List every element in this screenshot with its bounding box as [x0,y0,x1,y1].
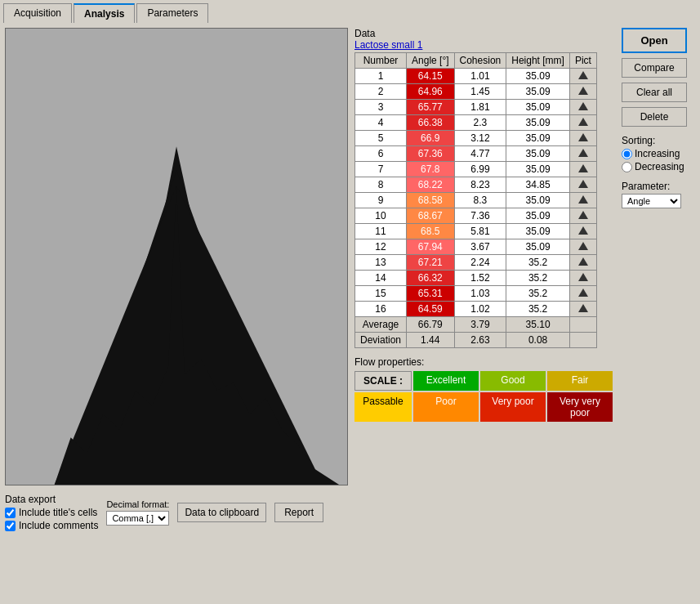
cell-angle: 67.8 [407,162,455,177]
image-area [5,28,348,485]
sorting-decreasing-text: Decreasing [635,161,684,172]
table-row: 566.93.1235.09 [355,131,597,146]
cell-picture[interactable] [569,193,596,208]
cell-picture[interactable] [569,69,596,84]
cell-number: 6 [355,146,407,162]
cell-dev-2: 2.63 [454,333,506,348]
data-table: Number Angle [°] Cohesion Height [mm] Pi… [354,52,597,348]
col-number: Number [355,53,407,69]
cell-picture[interactable] [569,271,596,286]
cell-angle: 66.38 [407,115,455,131]
cell-cohesion: 8.3 [454,193,506,208]
table-row: 1267.943.6735.09 [355,239,597,255]
main-content: Data export Include title's cells Includ… [0,23,700,604]
cell-picture[interactable] [569,255,596,271]
data-to-clipboard-button[interactable]: Data to clipboard [177,503,266,522]
include-comments-checkbox[interactable] [5,521,16,531]
sorting-label: Sorting: [622,135,695,146]
cell-number: 5 [355,131,407,146]
cell-height: 35.2 [506,271,570,286]
cell-angle: 64.96 [407,84,455,100]
cell-number: 9 [355,193,407,208]
table-row-average: Average66.793.7935.10 [355,317,597,333]
cell-angle: 67.94 [407,239,455,255]
flow-fair: Fair [547,371,613,391]
data-label: Data [354,28,375,39]
cell-cohesion: 7.36 [454,208,506,224]
cell-dev-0: Deviation [355,333,407,348]
cell-cohesion: 2.24 [454,255,506,271]
table-row: 1068.677.3635.09 [355,208,597,224]
cell-picture[interactable] [569,239,596,255]
table-row: 767.86.9935.09 [355,162,597,177]
include-titles-checkbox[interactable] [5,508,16,518]
cell-number: 8 [355,177,407,193]
cell-picture[interactable] [569,146,596,162]
cell-height: 35.09 [506,208,570,224]
parameter-select[interactable]: Angle Cohesion Height [622,194,681,208]
sorting-increasing-radio[interactable] [622,149,632,159]
cell-picture[interactable] [569,131,596,146]
cell-picture[interactable] [569,208,596,224]
cell-height: 35.09 [506,162,570,177]
table-row: 1466.321.5235.2 [355,271,597,286]
table-row: 164.151.0135.09 [355,69,597,84]
sorting-increasing-label[interactable]: Increasing [622,148,695,159]
cell-angle: 64.59 [407,302,455,317]
decimal-format-select[interactable]: Comma [,] Period [.] [106,511,169,526]
cell-angle: 65.31 [407,286,455,302]
delete-button[interactable]: Delete [622,107,687,127]
compare-button[interactable]: Compare [622,58,687,78]
col-angle: Angle [°] [407,53,455,69]
cell-height: 35.09 [506,84,570,100]
cell-picture[interactable] [569,286,596,302]
cell-number: 12 [355,239,407,255]
report-button[interactable]: Report [274,503,323,522]
data-link[interactable]: Lactose small 1 [354,39,615,51]
cell-avg-0: Average [355,317,407,333]
cell-angle: 68.5 [407,224,455,239]
cell-picture[interactable] [569,100,596,115]
parameter-section: Parameter: Angle Cohesion Height [622,181,695,208]
flow-poor: Poor [413,392,479,422]
open-button[interactable]: Open [622,28,687,53]
flow-grid: SCALE : Excellent Good Fair Passable Poo… [354,371,695,422]
cell-picture[interactable] [569,115,596,131]
cell-angle: 67.21 [407,255,455,271]
cell-angle: 68.22 [407,177,455,193]
cell-number: 11 [355,224,407,239]
cell-cohesion: 1.52 [454,271,506,286]
cell-height: 35.09 [506,100,570,115]
cell-picture[interactable] [569,84,596,100]
include-titles-label[interactable]: Include title's cells [5,507,98,518]
clear-all-button[interactable]: Clear all [622,83,687,102]
include-comments-label[interactable]: Include comments [5,520,98,531]
flow-properties-section: Flow properties: SCALE : Excellent Good … [354,356,695,422]
cell-number: 1 [355,69,407,84]
cell-picture[interactable] [569,162,596,177]
data-section: Data Lactose small 1 Number Angle [°] Co… [354,28,695,348]
table-row-deviation: Deviation1.442.630.08 [355,333,597,348]
data-export-label: Data export [5,494,98,505]
cell-picture[interactable] [569,224,596,239]
cell-cohesion: 1.01 [454,69,506,84]
sorting-decreasing-radio[interactable] [622,162,632,172]
table-row: 264.961.4535.09 [355,84,597,100]
table-row: 1664.591.0235.2 [355,302,597,317]
cell-picture[interactable] [569,177,596,193]
table-row: 667.364.7735.09 [355,146,597,162]
tab-analysis[interactable]: Analysis [74,3,135,23]
cell-picture[interactable] [569,302,596,317]
sorting-decreasing-label[interactable]: Decreasing [622,161,695,172]
cell-dev-1: 1.44 [407,333,455,348]
flow-good: Good [480,371,546,391]
data-export-section: Data export Include title's cells Includ… [5,494,98,531]
col-height: Height [mm] [506,53,570,69]
table-row: 466.382.335.09 [355,115,597,131]
tab-acquisition[interactable]: Acquisition [3,3,72,23]
cell-height: 35.2 [506,255,570,271]
left-panel: Data export Include title's cells Includ… [5,28,348,535]
cell-angle: 68.58 [407,193,455,208]
tab-parameters[interactable]: Parameters [136,3,208,23]
decimal-format-label: Decimal format: [106,499,169,509]
